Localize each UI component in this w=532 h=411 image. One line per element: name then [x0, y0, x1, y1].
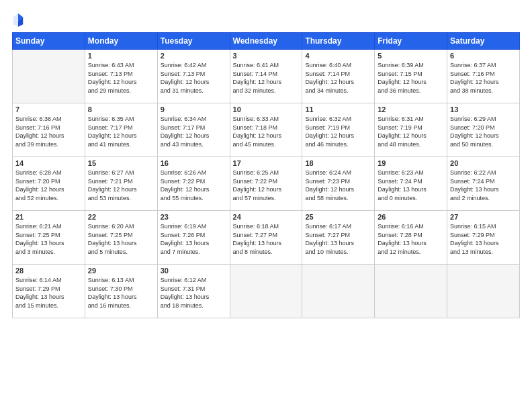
day-number: 20 — [450, 159, 517, 167]
day-number: 18 — [305, 159, 371, 167]
header-day-tuesday: Tuesday — [157, 33, 230, 50]
day-cell: 30Sunrise: 6:12 AMSunset: 7:31 PMDayligh… — [157, 265, 230, 318]
day-cell: 11Sunrise: 6:32 AMSunset: 7:19 PMDayligh… — [302, 103, 375, 157]
header-day-monday: Monday — [85, 33, 157, 50]
header-day-saturday: Saturday — [447, 33, 520, 50]
cell-text: Sunrise: 6:20 AMSunset: 7:25 PMDaylight:… — [88, 222, 154, 256]
day-number: 26 — [378, 213, 444, 221]
day-cell: 16Sunrise: 6:26 AMSunset: 7:22 PMDayligh… — [157, 157, 230, 211]
day-cell: 1Sunrise: 6:43 AMSunset: 7:13 PMDaylight… — [85, 50, 157, 103]
day-cell: 26Sunrise: 6:16 AMSunset: 7:28 PMDayligh… — [375, 211, 447, 265]
cell-text: Sunrise: 6:43 AMSunset: 7:13 PMDaylight:… — [88, 61, 154, 95]
cell-text: Sunrise: 6:12 AMSunset: 7:31 PMDaylight:… — [161, 276, 227, 310]
day-number: 24 — [233, 213, 300, 221]
header-day-friday: Friday — [375, 33, 447, 50]
day-number: 16 — [161, 159, 227, 167]
cell-text: Sunrise: 6:16 AMSunset: 7:28 PMDaylight:… — [378, 222, 444, 256]
week-row-4: 28Sunrise: 6:14 AMSunset: 7:29 PMDayligh… — [13, 265, 520, 318]
cell-text: Sunrise: 6:24 AMSunset: 7:23 PMDaylight:… — [305, 169, 371, 202]
page: SundayMondayTuesdayWednesdayThursdayFrid… — [0, 0, 532, 411]
day-cell: 27Sunrise: 6:15 AMSunset: 7:29 PMDayligh… — [447, 211, 520, 265]
cell-text: Sunrise: 6:15 AMSunset: 7:29 PMDaylight:… — [450, 222, 517, 256]
logo-icon — [12, 12, 24, 27]
day-number: 7 — [15, 105, 82, 113]
day-number: 30 — [161, 267, 227, 275]
day-cell: 29Sunrise: 6:13 AMSunset: 7:30 PMDayligh… — [85, 265, 157, 318]
day-cell — [302, 265, 375, 318]
day-number: 22 — [88, 213, 154, 221]
day-cell: 25Sunrise: 6:17 AMSunset: 7:27 PMDayligh… — [302, 211, 375, 265]
day-number: 14 — [15, 159, 82, 167]
cell-text: Sunrise: 6:31 AMSunset: 7:19 PMDaylight:… — [378, 115, 444, 148]
cell-text: Sunrise: 6:35 AMSunset: 7:17 PMDaylight:… — [88, 115, 154, 148]
calendar-table: SundayMondayTuesdayWednesdayThursdayFrid… — [12, 32, 520, 318]
cell-text: Sunrise: 6:23 AMSunset: 7:24 PMDaylight:… — [378, 169, 444, 202]
day-cell: 28Sunrise: 6:14 AMSunset: 7:29 PMDayligh… — [13, 265, 85, 318]
header-day-wednesday: Wednesday — [230, 33, 302, 50]
day-cell: 9Sunrise: 6:34 AMSunset: 7:17 PMDaylight… — [157, 103, 230, 157]
day-cell: 5Sunrise: 6:39 AMSunset: 7:15 PMDaylight… — [375, 50, 447, 103]
cell-text: Sunrise: 6:32 AMSunset: 7:19 PMDaylight:… — [305, 115, 371, 148]
cell-text: Sunrise: 6:25 AMSunset: 7:22 PMDaylight:… — [233, 169, 300, 202]
day-cell: 19Sunrise: 6:23 AMSunset: 7:24 PMDayligh… — [375, 157, 447, 211]
day-number: 10 — [233, 105, 300, 113]
day-number: 2 — [161, 52, 227, 60]
day-number: 1 — [88, 52, 154, 60]
day-number: 6 — [450, 52, 517, 60]
calendar-header: SundayMondayTuesdayWednesdayThursdayFrid… — [13, 33, 520, 50]
day-number: 15 — [88, 159, 154, 167]
day-cell: 24Sunrise: 6:18 AMSunset: 7:27 PMDayligh… — [230, 211, 302, 265]
day-cell: 22Sunrise: 6:20 AMSunset: 7:25 PMDayligh… — [85, 211, 157, 265]
day-cell: 14Sunrise: 6:28 AMSunset: 7:20 PMDayligh… — [13, 157, 85, 211]
day-number: 25 — [305, 213, 371, 221]
day-cell: 13Sunrise: 6:29 AMSunset: 7:20 PMDayligh… — [447, 103, 520, 157]
day-number: 21 — [15, 213, 82, 221]
day-number: 4 — [305, 52, 371, 60]
day-cell: 4Sunrise: 6:40 AMSunset: 7:14 PMDaylight… — [302, 50, 375, 103]
day-cell: 2Sunrise: 6:42 AMSunset: 7:13 PMDaylight… — [157, 50, 230, 103]
cell-text: Sunrise: 6:29 AMSunset: 7:20 PMDaylight:… — [450, 115, 517, 148]
day-number: 29 — [88, 267, 154, 275]
header-day-thursday: Thursday — [302, 33, 375, 50]
cell-text: Sunrise: 6:42 AMSunset: 7:13 PMDaylight:… — [161, 61, 227, 95]
week-row-0: 1Sunrise: 6:43 AMSunset: 7:13 PMDaylight… — [13, 50, 520, 103]
day-cell: 20Sunrise: 6:22 AMSunset: 7:24 PMDayligh… — [447, 157, 520, 211]
day-number: 17 — [233, 159, 300, 167]
day-cell — [230, 265, 302, 318]
cell-text: Sunrise: 6:39 AMSunset: 7:15 PMDaylight:… — [378, 61, 444, 95]
day-number: 3 — [233, 52, 300, 60]
day-cell: 7Sunrise: 6:36 AMSunset: 7:16 PMDaylight… — [13, 103, 85, 157]
week-row-1: 7Sunrise: 6:36 AMSunset: 7:16 PMDaylight… — [13, 103, 520, 157]
cell-text: Sunrise: 6:36 AMSunset: 7:16 PMDaylight:… — [15, 115, 82, 148]
header-day-sunday: Sunday — [13, 33, 85, 50]
day-cell: 6Sunrise: 6:37 AMSunset: 7:16 PMDaylight… — [447, 50, 520, 103]
cell-text: Sunrise: 6:13 AMSunset: 7:30 PMDaylight:… — [88, 276, 154, 310]
cell-text: Sunrise: 6:41 AMSunset: 7:14 PMDaylight:… — [233, 61, 300, 95]
cell-text: Sunrise: 6:40 AMSunset: 7:14 PMDaylight:… — [305, 61, 371, 95]
week-row-2: 14Sunrise: 6:28 AMSunset: 7:20 PMDayligh… — [13, 157, 520, 211]
day-cell: 18Sunrise: 6:24 AMSunset: 7:23 PMDayligh… — [302, 157, 375, 211]
cell-text: Sunrise: 6:18 AMSunset: 7:27 PMDaylight:… — [233, 222, 300, 256]
header — [12, 12, 520, 27]
cell-text: Sunrise: 6:26 AMSunset: 7:22 PMDaylight:… — [161, 169, 227, 202]
day-number: 11 — [305, 105, 371, 113]
cell-text: Sunrise: 6:28 AMSunset: 7:20 PMDaylight:… — [15, 169, 82, 202]
day-cell: 8Sunrise: 6:35 AMSunset: 7:17 PMDaylight… — [85, 103, 157, 157]
day-cell: 21Sunrise: 6:21 AMSunset: 7:25 PMDayligh… — [13, 211, 85, 265]
calendar-body: 1Sunrise: 6:43 AMSunset: 7:13 PMDaylight… — [13, 50, 520, 318]
day-cell — [375, 265, 447, 318]
day-cell: 3Sunrise: 6:41 AMSunset: 7:14 PMDaylight… — [230, 50, 302, 103]
cell-text: Sunrise: 6:27 AMSunset: 7:21 PMDaylight:… — [88, 169, 154, 202]
day-number: 19 — [378, 159, 444, 167]
cell-text: Sunrise: 6:34 AMSunset: 7:17 PMDaylight:… — [161, 115, 227, 148]
day-number: 28 — [15, 267, 82, 275]
day-cell: 10Sunrise: 6:33 AMSunset: 7:18 PMDayligh… — [230, 103, 302, 157]
cell-text: Sunrise: 6:19 AMSunset: 7:26 PMDaylight:… — [161, 222, 227, 256]
day-number: 27 — [450, 213, 517, 221]
day-cell — [447, 265, 520, 318]
day-cell: 12Sunrise: 6:31 AMSunset: 7:19 PMDayligh… — [375, 103, 447, 157]
day-number: 12 — [378, 105, 444, 113]
cell-text: Sunrise: 6:14 AMSunset: 7:29 PMDaylight:… — [15, 276, 82, 310]
cell-text: Sunrise: 6:37 AMSunset: 7:16 PMDaylight:… — [450, 61, 517, 95]
cell-text: Sunrise: 6:33 AMSunset: 7:18 PMDaylight:… — [233, 115, 300, 148]
